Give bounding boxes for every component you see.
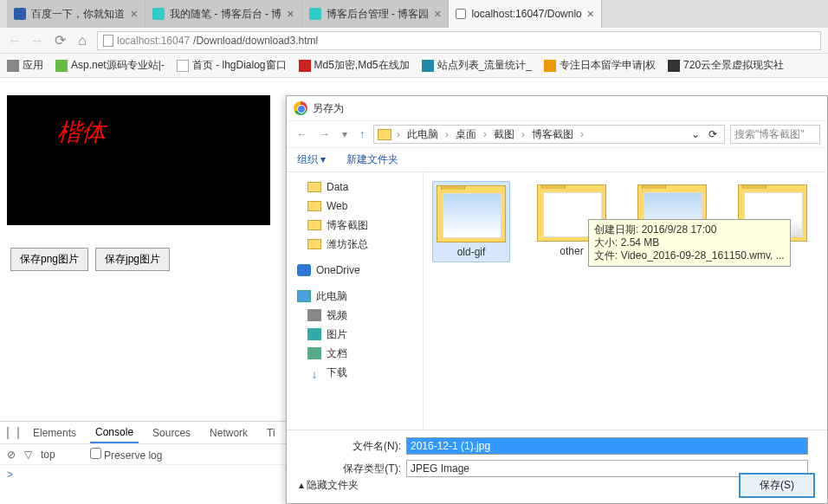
tooltip-size: 大小: 2.54 MB <box>594 236 785 249</box>
devtools-tab-network[interactable]: Network <box>204 423 253 443</box>
tab-close-icon[interactable]: × <box>287 7 294 21</box>
chevron-right-icon: › <box>579 128 585 140</box>
devtools-tab-console[interactable]: Console <box>90 423 139 443</box>
browser-tab-bar: 百度一下，你就知道 × 我的随笔 - 博客后台 - 博 × 博客后台管理 - 博… <box>0 0 828 28</box>
sidebar-label: 博客截图 <box>327 217 368 233</box>
dialog-toolbar: 组织 ▾ 新建文件夹 <box>287 148 827 172</box>
sidebar-item-web[interactable]: Web <box>287 197 423 216</box>
sidebar-item-pictures[interactable]: 图片 <box>287 325 423 344</box>
save-button[interactable]: 保存(S) <box>739 473 815 498</box>
tab-2-title: 博客后台管理 - 博客园 <box>327 7 430 22</box>
tab-2[interactable]: 博客后台管理 - 博客园 × <box>302 0 450 28</box>
breadcrumb-dropdown-icon[interactable]: ⌄ <box>688 128 703 140</box>
sidebar-item-downloads[interactable]: ↓下载 <box>287 363 423 382</box>
tooltip-files: 文件: Video_2016-09-28_161150.wmv, ... <box>594 249 785 262</box>
tab-close-icon[interactable]: × <box>434 7 441 21</box>
url-field[interactable]: localhost:16047/Download/download3.html <box>97 31 821 50</box>
save-png-button[interactable]: 保存png图片 <box>10 248 88 271</box>
tab-close-icon[interactable]: × <box>587 7 594 21</box>
sidebar-label: 下载 <box>327 365 347 380</box>
bookmark-5[interactable]: 720云全景虚拟现实社 <box>668 58 784 73</box>
clear-console-icon[interactable]: ⊘ <box>7 449 16 461</box>
breadcrumb-item[interactable]: 桌面 <box>452 127 480 142</box>
bookmark-label: 720云全景虚拟现实社 <box>683 58 784 73</box>
apps-label: 应用 <box>23 58 43 73</box>
hide-folders-toggle[interactable]: ▴ 隐藏文件夹 <box>299 478 359 493</box>
sidebar-item-screenshots[interactable]: 博客截图 <box>287 216 423 235</box>
nav-forward-icon[interactable]: → <box>316 126 333 142</box>
bookmark-icon <box>544 60 556 72</box>
breadcrumb-item[interactable]: 此电脑 <box>404 127 442 142</box>
sidebar-item-weifang[interactable]: 潍坊张总 <box>287 235 423 254</box>
bookmark-0[interactable]: Asp.net源码专业站|- <box>55 58 165 73</box>
dialog-footer: ▴ 隐藏文件夹 保存(S) <box>299 473 815 498</box>
bookmark-label: Asp.net源码专业站|- <box>71 58 165 73</box>
bookmark-2[interactable]: Md5加密,Md5在线加 <box>299 58 410 73</box>
tooltip-created: 创建日期: 2016/9/28 17:00 <box>594 223 785 236</box>
devtools-tab-sources[interactable]: Sources <box>147 423 196 443</box>
tab-1[interactable]: 我的随笔 - 博客后台 - 博 × <box>146 0 302 28</box>
bookmark-4[interactable]: 专注日本留学申请|权 <box>544 58 656 73</box>
breadcrumb-item[interactable]: 博客截图 <box>528 127 577 142</box>
breadcrumb[interactable]: › 此电脑 › 桌面 › 截图 › 博客截图 › ⌄ ⟳ <box>373 125 725 144</box>
onedrive-icon <box>297 264 311 276</box>
dialog-titlebar: 另存为 <box>287 96 827 120</box>
download-icon: ↓ <box>307 366 321 378</box>
folder-item-selected[interactable]: old-gif <box>432 181 510 262</box>
devtools-tabs: Elements Console Sources Network Ti <box>0 422 286 444</box>
nav-recent-dropdown-icon[interactable]: ▾ <box>339 126 351 142</box>
sidebar-label: 此电脑 <box>316 288 347 304</box>
tab-close-icon[interactable]: × <box>131 7 138 21</box>
sidebar-label: Web <box>327 198 347 214</box>
sidebar-item-onedrive[interactable]: OneDrive <box>287 261 423 280</box>
nav-forward-icon[interactable]: → <box>29 33 45 48</box>
new-folder-button[interactable]: 新建文件夹 <box>346 152 398 167</box>
folder-pane[interactable]: old-gif other 测试 音乐 创建日期: 2016/9/28 17:0… <box>424 172 827 430</box>
sidebar-label: 图片 <box>327 326 347 342</box>
console-prompt[interactable]: > <box>0 465 286 484</box>
sidebar-item-documents[interactable]: 文档 <box>287 344 423 363</box>
sidebar-item-videos[interactable]: 视频 <box>287 306 423 325</box>
folder-label: old-gif <box>457 246 486 258</box>
dialog-body: Data Web 博客截图 潍坊张总 OneDrive 此电脑 视频 图片 文档… <box>287 172 827 430</box>
devtools-tab-elements[interactable]: Elements <box>28 423 81 443</box>
tab-0-title: 百度一下，你就知道 <box>31 7 126 22</box>
save-jpg-button[interactable]: 保存jpg图片 <box>95 248 170 271</box>
video-icon <box>307 309 321 321</box>
breadcrumb-item[interactable]: 截图 <box>490 127 518 142</box>
tab-3-active[interactable]: localhost:16047/Downlo × <box>449 0 602 28</box>
context-selector[interactable]: top <box>41 449 55 461</box>
sidebar-item-thispc[interactable]: 此电脑 <box>287 287 423 306</box>
folder-label: other <box>560 245 583 257</box>
nav-reload-icon[interactable]: ⟳ <box>52 32 68 48</box>
devtools-tab-more[interactable]: Ti <box>262 423 281 443</box>
sidebar-label: 文档 <box>327 346 347 361</box>
nav-home-icon[interactable]: ⌂ <box>74 33 90 48</box>
inspect-icon[interactable] <box>7 427 9 439</box>
nav-up-icon[interactable]: ↑ <box>356 126 368 142</box>
preserve-log-checkbox[interactable]: Preserve log <box>90 448 163 462</box>
refresh-icon[interactable]: ⟳ <box>705 128 721 140</box>
bookmark-3[interactable]: 站点列表_流量统计_ <box>422 58 532 73</box>
nav-back-icon[interactable]: ← <box>7 33 23 48</box>
url-path: /Download/download3.html <box>193 35 318 47</box>
device-toggle-icon[interactable] <box>17 427 19 439</box>
favicon-baidu <box>14 8 26 20</box>
apps-button[interactable]: 应用 <box>7 58 43 73</box>
favicon-cnblogs <box>152 8 165 20</box>
filter-icon[interactable]: ▽ <box>24 449 32 461</box>
nav-back-icon[interactable]: ← <box>294 126 311 142</box>
folder-icon <box>307 182 321 192</box>
folder-icon <box>307 201 321 211</box>
filename-input[interactable]: 2016-12-1 (1).jpg <box>406 437 808 455</box>
bookmark-1[interactable]: 首页 - lhgDialog窗口 <box>177 58 287 73</box>
sidebar-item-data[interactable]: Data <box>287 178 423 197</box>
tab-1-title: 我的随笔 - 博客后台 - 博 <box>170 7 281 22</box>
folder-thumbnail <box>437 185 506 242</box>
folder-icon <box>307 239 321 249</box>
organize-button[interactable]: 组织 ▾ <box>297 152 326 167</box>
search-input[interactable]: 搜索"博客截图" <box>730 125 820 144</box>
favicon-page <box>456 9 466 19</box>
tab-0[interactable]: 百度一下，你就知道 × <box>7 0 146 28</box>
bookmark-label: Md5加密,Md5在线加 <box>314 58 410 73</box>
